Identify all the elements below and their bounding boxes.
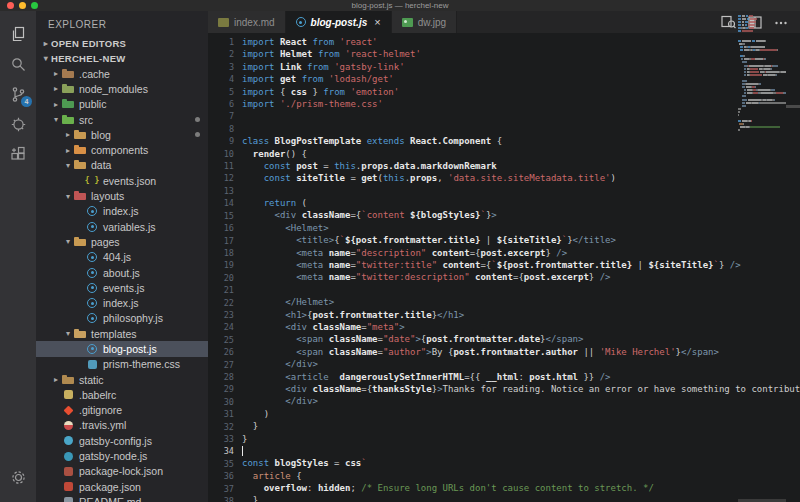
extensions-icon[interactable] (0, 139, 36, 169)
code-line[interactable]: <meta name="description" content={post.e… (242, 247, 800, 259)
code-line[interactable]: <div className={`content ${blogStyles}`}… (242, 209, 800, 221)
line-number[interactable]: 34 (208, 445, 234, 457)
line-number[interactable]: 38 (208, 495, 234, 502)
line-number[interactable]: 37 (208, 483, 234, 495)
tree-item-node_modules[interactable]: ▸node_modules (36, 81, 208, 96)
line-number[interactable]: 11 (208, 160, 234, 172)
code-line[interactable]: } (242, 494, 800, 502)
open-editors-section[interactable]: ▸ OPEN EDITORS (36, 36, 208, 51)
line-number[interactable]: 13 (208, 185, 234, 197)
line-number[interactable]: 35 (208, 458, 234, 470)
tab-index.md[interactable]: index.md (208, 11, 286, 33)
line-number[interactable]: 22 (208, 297, 234, 309)
code-line[interactable]: <span className="date">{post.frontmatter… (242, 333, 800, 345)
tree-item-.gitignore[interactable]: .gitignore (36, 403, 208, 418)
code-line[interactable]: </Helmet> (242, 296, 800, 308)
close-icon[interactable]: × (374, 16, 380, 28)
tree-item-events.json[interactable]: { }events.json (36, 173, 208, 188)
tree-item-package-lock.json[interactable]: package-lock.json (36, 464, 208, 479)
line-number[interactable]: 10 (208, 148, 234, 160)
settings-icon[interactable] (0, 462, 36, 492)
code-line[interactable]: import Link from 'gatsby-link' (242, 61, 800, 73)
tree-item-gatsby-node.js[interactable]: gatsby-node.js (36, 448, 208, 463)
code-line[interactable]: <meta name="twitter:description" content… (242, 271, 800, 283)
line-number[interactable]: 8 (208, 123, 234, 135)
tab-dw.jpg[interactable]: dw.jpg (392, 11, 457, 33)
code-line[interactable]: <article dangerouslySetInnerHTML={{ __ht… (242, 371, 800, 383)
vertical-scrollbar[interactable] (786, 33, 800, 502)
code-line[interactable]: <span className="author">By {post.frontm… (242, 346, 800, 358)
line-number[interactable]: 24 (208, 321, 234, 333)
line-number[interactable]: 26 (208, 346, 234, 358)
code-line[interactable]: <Helmet> (242, 222, 800, 234)
tree-item-components[interactable]: ▸components (36, 142, 208, 157)
line-number[interactable]: 32 (208, 421, 234, 433)
line-number[interactable]: 31 (208, 408, 234, 420)
line-number[interactable]: 4 (208, 73, 234, 85)
line-number[interactable]: 33 (208, 433, 234, 445)
code-line[interactable]: import React from 'react' (242, 36, 800, 48)
code-editor[interactable]: 1234567891011121314151617181920212223242… (208, 33, 800, 502)
code-line[interactable]: ) (242, 408, 800, 420)
code-line[interactable]: </div> (242, 358, 800, 370)
line-number[interactable]: 9 (208, 135, 234, 147)
tree-item-pages[interactable]: ▾pages (36, 234, 208, 249)
code-line[interactable]: import Helmet from 'react-helmet' (242, 48, 800, 60)
code-line[interactable]: return ( (242, 197, 800, 209)
code-line[interactable]: import { css } from 'emotion' (242, 86, 800, 98)
code-content[interactable]: import React from 'react'import Helmet f… (242, 36, 800, 502)
code-line[interactable]: </div> (242, 395, 800, 407)
line-number[interactable]: 7 (208, 110, 234, 122)
tree-item-index.js[interactable]: index.js (36, 204, 208, 219)
line-number[interactable]: 18 (208, 247, 234, 259)
line-number[interactable]: 12 (208, 172, 234, 184)
line-number[interactable]: 19 (208, 259, 234, 271)
line-number[interactable]: 21 (208, 284, 234, 296)
code-line[interactable]: const post = this.props.data.markdownRem… (242, 160, 800, 172)
explorer-icon[interactable] (0, 19, 36, 49)
code-line[interactable]: import get from 'lodash/get' (242, 73, 800, 85)
code-line[interactable]: <meta name="twitter:title" content={`${p… (242, 259, 800, 271)
line-number[interactable]: 27 (208, 359, 234, 371)
tree-item-static[interactable]: ▸static (36, 372, 208, 387)
tree-item-src[interactable]: ▾src (36, 112, 208, 127)
root-folder-section[interactable]: ▾ HERCHEL-NEW (36, 51, 208, 66)
code-line[interactable] (242, 445, 800, 457)
tree-item-index.js[interactable]: index.js (36, 295, 208, 310)
line-number[interactable]: 6 (208, 98, 234, 110)
line-number[interactable]: 2 (208, 48, 234, 60)
line-number[interactable]: 3 (208, 61, 234, 73)
code-line[interactable]: } (242, 433, 800, 445)
code-line[interactable] (242, 185, 800, 197)
code-line[interactable] (242, 284, 800, 296)
line-number[interactable]: 15 (208, 210, 234, 222)
code-line[interactable]: import './prism-theme.css' (242, 98, 800, 110)
source-control-icon[interactable]: 4 (0, 79, 36, 109)
search-icon[interactable] (0, 49, 36, 79)
code-line[interactable]: overflow: hidden; /* Ensure long URLs do… (242, 482, 800, 494)
debug-icon[interactable] (0, 109, 36, 139)
code-line[interactable]: const siteTitle = get(this.props, 'data.… (242, 172, 800, 184)
line-number[interactable]: 16 (208, 222, 234, 234)
tree-item-blog[interactable]: ▸blog (36, 127, 208, 142)
zoom-button[interactable] (31, 2, 38, 9)
tree-item-.cache[interactable]: ▸.cache (36, 66, 208, 81)
tree-item-philosophy.js[interactable]: philosophy.js (36, 311, 208, 326)
line-number[interactable]: 28 (208, 371, 234, 383)
tree-item-package.json[interactable]: package.json (36, 479, 208, 494)
code-line[interactable]: <div className={thanksStyle}>Thanks for … (242, 383, 800, 395)
line-number[interactable]: 20 (208, 272, 234, 284)
code-line[interactable] (242, 123, 800, 135)
tree-item-data[interactable]: ▾data (36, 158, 208, 173)
tree-item-about.js[interactable]: about.js (36, 265, 208, 280)
code-line[interactable]: render() { (242, 148, 800, 160)
tree-item-gatsby-config.js[interactable]: gatsby-config.js (36, 433, 208, 448)
tree-item-templates[interactable]: ▾templates (36, 326, 208, 341)
tree-item-README.md[interactable]: README.md (36, 494, 208, 502)
open-preview-icon[interactable] (721, 15, 736, 29)
code-line[interactable]: class BlogPostTemplate extends React.Com… (242, 135, 800, 147)
code-line[interactable]: <div className="meta"> (242, 321, 800, 333)
code-line[interactable] (242, 110, 800, 122)
tree-item-.babelrc[interactable]: .babelrc (36, 387, 208, 402)
minimap[interactable] (738, 15, 786, 133)
